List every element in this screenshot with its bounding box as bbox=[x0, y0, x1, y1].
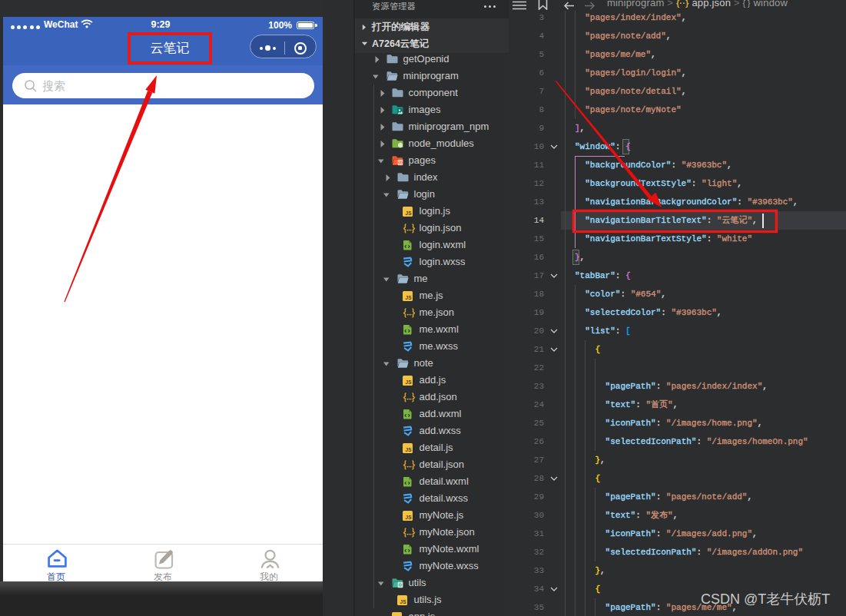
svg-text:JS: JS bbox=[400, 599, 407, 604]
svg-text:JS: JS bbox=[406, 210, 413, 216]
svg-text:JS: JS bbox=[406, 515, 413, 520]
svg-text:JS: JS bbox=[406, 447, 413, 452]
svg-text:JS: JS bbox=[406, 379, 413, 385]
svg-text:JS: JS bbox=[406, 295, 413, 300]
